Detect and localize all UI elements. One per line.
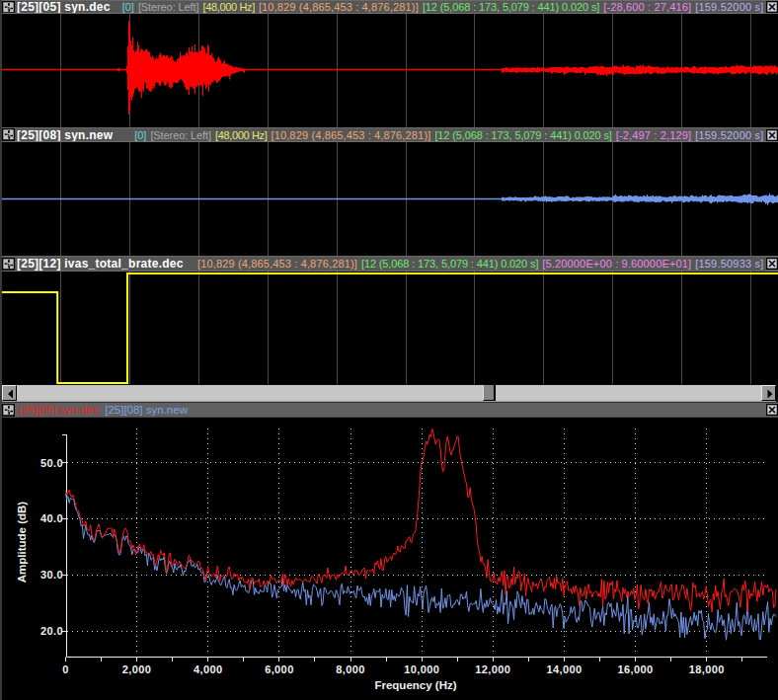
svg-text:8,000: 8,000 — [336, 663, 365, 675]
svg-text:2,000: 2,000 — [122, 663, 152, 675]
svg-text:Amplitude (dB): Amplitude (dB) — [16, 502, 28, 583]
svg-text:18,000: 18,000 — [689, 663, 725, 675]
svg-text:40.0: 40.0 — [40, 512, 63, 524]
svg-text:20.0: 20.0 — [40, 625, 63, 637]
svg-text:10,000: 10,000 — [404, 663, 439, 675]
svg-text:0: 0 — [62, 663, 69, 675]
svg-text:14,000: 14,000 — [546, 663, 582, 675]
svg-text:50.0: 50.0 — [40, 457, 63, 469]
svg-text:4,000: 4,000 — [194, 663, 223, 675]
svg-text:Frequency (Hz): Frequency (Hz) — [374, 679, 456, 691]
svg-text:30.0: 30.0 — [40, 569, 63, 581]
svg-text:16,000: 16,000 — [618, 663, 654, 675]
svg-text:12,000: 12,000 — [475, 663, 510, 675]
svg-text:6,000: 6,000 — [265, 663, 294, 675]
